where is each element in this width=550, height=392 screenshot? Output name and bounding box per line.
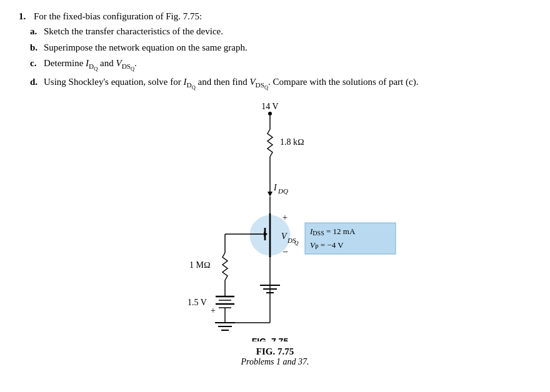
fig-subtitle-text: Problems 1 and 37. — [19, 357, 531, 367]
part-a-label: a. — [30, 24, 40, 39]
rd-resistor — [268, 129, 272, 157]
vdsq-minus: − — [282, 247, 288, 257]
rg-label: 1 MΩ — [189, 260, 211, 270]
part-d-text: Using Shockley's equation, solve for IDQ… — [44, 75, 531, 92]
idq-subscript: DQ — [278, 187, 288, 195]
figure-caption: FIG. 7.75 Problems 1 and 37. — [19, 346, 531, 367]
fig-title: FIG. 7.75 — [252, 336, 289, 341]
rg-resistor — [222, 253, 228, 280]
idq-arrow — [268, 192, 272, 197]
part-a-text: Sketch the transfer characteristics of t… — [44, 24, 531, 39]
part-a: a. Sketch the transfer characteristics o… — [30, 24, 531, 39]
sub-items-list: a. Sketch the transfer characteristics o… — [30, 24, 531, 92]
part-b-text: Superimpose the network equation on the … — [44, 41, 531, 55]
part-b: b. Superimpose the network equation on t… — [30, 41, 531, 55]
problem-number: 1. — [19, 11, 30, 22]
vdsq-label: V — [281, 232, 288, 241]
part-c: c. Determine IDQ and VDSQ. — [30, 56, 531, 73]
problem-intro: For the fixed-bias configuration of Fig.… — [34, 11, 531, 22]
vgg-plus: + — [211, 306, 216, 315]
part-c-text: Determine IDQ and VDSQ. — [44, 56, 531, 73]
vdsq-plus: + — [282, 213, 288, 222]
vdd-label: 14 V — [261, 102, 278, 111]
idq-label: I — [273, 183, 278, 192]
part-d: d. Using Shockley's equation, solve for … — [30, 75, 531, 92]
vdsq-sub-q: Q — [294, 240, 299, 246]
vdd-dot — [268, 112, 272, 115]
part-d-label: d. — [30, 75, 40, 89]
part-c-label: c. — [30, 56, 40, 71]
circuit-diagram: 14 V 1.8 kΩ I DQ — [19, 98, 531, 341]
vgg-label: 1.5 V — [188, 298, 207, 307]
rd-label: 1.8 kΩ — [280, 137, 304, 147]
part-b-label: b. — [30, 41, 40, 55]
fig-title-text: FIG. 7.75 — [19, 346, 531, 357]
circuit-svg: 14 V 1.8 kΩ I DQ — [112, 98, 438, 341]
